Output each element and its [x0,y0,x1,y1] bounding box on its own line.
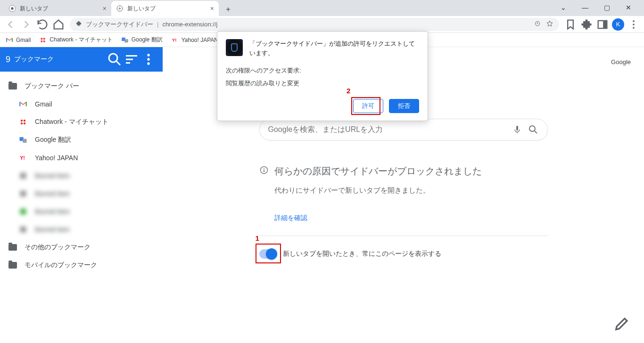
sidebar-item-blurred[interactable]: blurred item [0,203,163,220]
profile-avatar[interactable]: K [612,18,624,31]
svg-point-31 [529,126,535,131]
gmail-icon [6,36,13,44]
kebab-menu-icon[interactable] [627,18,640,31]
folder-icon [8,261,17,270]
omnibox-extension-name: ブックマークサイドバー [86,20,153,29]
minimize-button[interactable]: — [577,4,593,11]
svg-point-8 [41,38,43,40]
chatwork-icon [19,118,27,126]
omnibox-separator: | [157,21,158,28]
search-box[interactable]: Googleを検索、またはURLを入力 [259,119,548,140]
close-icon[interactable]: × [210,5,214,12]
edit-button[interactable] [613,314,632,333]
toggle-label: 新しいタブを開いたとき、常にこのページを表示する [283,250,441,258]
svg-point-17 [147,58,149,60]
chrome-icon [8,5,16,12]
kebab-menu-icon[interactable] [140,51,157,68]
blocked-subtitle: 代わりにサイドバーで新しいタブを開きました。 [274,186,548,195]
share-icon[interactable] [534,20,541,29]
new-tab-button[interactable]: + [222,3,235,16]
sidebar-folder[interactable]: モバイルのブックマーク [0,256,163,274]
yahoo-icon: Y! [19,154,27,162]
bookmark-item-translate[interactable]: Google 翻訳 [121,36,163,44]
yahoo-icon: Y! [171,36,179,44]
bookmark-count: 9 [6,55,10,65]
info-icon [259,165,269,177]
bookmark-item-gmail[interactable]: Gmail [6,36,31,44]
bookmark-icon[interactable] [564,18,577,31]
generic-icon [19,207,27,216]
google-link[interactable]: Google [611,58,631,65]
svg-point-15 [109,54,117,62]
extensions-icon[interactable] [580,18,593,31]
sidepanel-icon[interactable] [596,18,609,31]
svg-text:Y!: Y! [20,155,25,161]
svg-rect-28 [20,209,26,214]
svg-rect-27 [20,191,26,196]
sidebar-item-gmail[interactable]: Gmail [0,95,163,113]
newtab-icon [116,5,124,12]
deny-button[interactable]: 拒否 [389,99,419,113]
search-icon[interactable] [528,124,539,135]
dialog-permission-item: 閲覧履歴の読み取りと変更 [226,80,419,88]
bookmark-item-yahoo[interactable]: Y! Yahoo! JAPAN [171,36,218,44]
bookmark-label: Google 翻訳 [132,36,163,44]
sidebar-folder[interactable]: その他のブックマーク [0,238,163,256]
svg-point-7 [633,27,635,29]
svg-point-9 [43,38,45,40]
blocked-message: 何らかの原因でサイドバーがブロックされました 代わりにサイドバーで新しいタブを開… [259,165,548,259]
tab-title: 新しいタブ [127,5,210,13]
omnibox-url: chrome-extension://j [162,21,217,28]
svg-rect-26 [20,173,26,179]
svg-point-16 [147,54,149,56]
sidebar-item-chatwork[interactable]: Chatwork - マイチャット [0,113,163,131]
svg-point-5 [633,20,635,22]
sidebar-item-translate[interactable]: Google 翻訳 [0,131,163,149]
search-placeholder: Googleを検索、またはURLを入力 [268,125,507,135]
tab-title: 新しいタブ [20,5,103,13]
permission-dialog: 「ブックマークサイドバー」が追加の許可をリクエストしています。 次の権限へのアク… [217,31,428,121]
toolbar: ブックマークサイドバー | chrome-extension://j K [0,16,644,33]
bookmark-label: Gmail [16,37,31,43]
dialog-body-label: 次の権限へのアクセス要求: [226,67,419,75]
sort-icon[interactable] [123,51,140,68]
dropdown-icon[interactable]: ⌄ [555,4,571,11]
svg-point-1 [11,7,13,9]
folder-icon [8,243,17,252]
svg-point-33 [264,168,264,169]
always-show-toggle[interactable] [259,249,276,259]
sidebar-item-blurred[interactable]: blurred item [0,167,163,185]
star-icon[interactable] [546,20,553,29]
browser-tab[interactable]: 新しいタブ × [111,1,219,16]
bookmark-label: Chatwork - マイチャット [50,36,112,44]
sidebar-list: ブックマーク バー Gmail Chatwork - マイチャット Google… [0,72,163,343]
sidebar-header: 9 ブックマーク [0,47,163,72]
sidebar-item-blurred[interactable]: blurred item [0,220,163,238]
annotation-box-2 [351,97,380,115]
sidebar-item-blurred[interactable]: blurred item [0,185,163,203]
bookmark-item-chatwork[interactable]: Chatwork - マイチャット [39,36,112,44]
translate-icon [19,136,27,144]
gmail-icon [19,100,27,108]
svg-point-19 [21,120,23,122]
back-button[interactable] [4,18,17,31]
svg-point-11 [43,40,45,42]
sidebar-folder[interactable]: ブックマーク バー [0,77,163,95]
mic-icon[interactable] [512,124,523,135]
forward-button[interactable] [20,18,33,31]
svg-text:Y!: Y! [172,38,176,42]
maximize-button[interactable]: ▢ [599,4,615,11]
bookmark-sidebar: 9 ブックマーク ブックマーク バー Gmail Chatwork - マイチャ… [0,47,163,343]
svg-rect-30 [516,126,518,131]
browser-tab[interactable]: 新しいタブ × [4,1,111,16]
close-icon[interactable]: × [103,5,107,12]
close-window-button[interactable]: ✕ [620,4,636,11]
home-button[interactable] [52,18,65,31]
address-bar[interactable]: ブックマークサイドバー | chrome-extension://j [70,18,559,31]
details-link[interactable]: 詳細を確認 [274,214,548,222]
reload-button[interactable] [36,18,49,31]
sidebar-item-yahoo[interactable]: Y!Yahoo! JAPAN [0,149,163,167]
search-icon[interactable] [106,51,123,68]
blocked-title: 何らかの原因でサイドバーがブロックされました [274,165,482,178]
svg-rect-29 [20,227,26,232]
